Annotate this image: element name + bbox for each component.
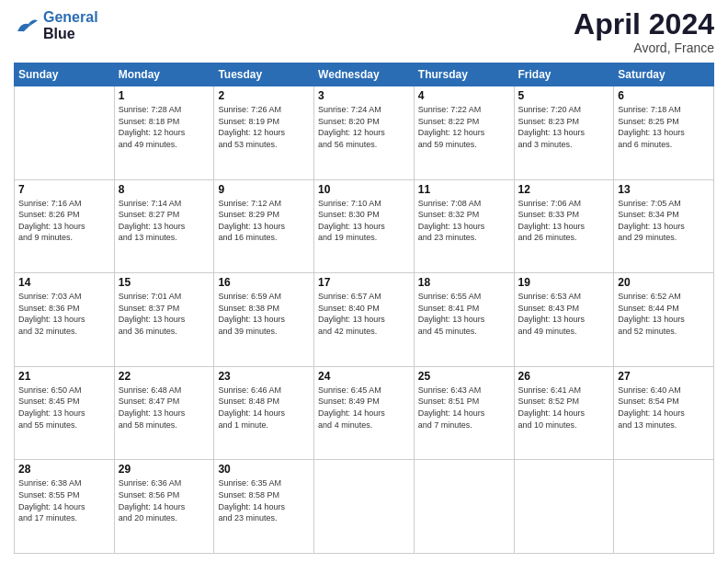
day-info: Sunrise: 7:06 AM Sunset: 8:33 PM Dayligh… — [518, 198, 610, 244]
day-number: 25 — [418, 370, 510, 383]
calendar-cell — [314, 460, 415, 554]
day-info: Sunrise: 7:10 AM Sunset: 8:30 PM Dayligh… — [318, 198, 410, 244]
day-info: Sunrise: 6:45 AM Sunset: 8:49 PM Dayligh… — [318, 385, 410, 431]
day-info: Sunrise: 6:46 AM Sunset: 8:48 PM Dayligh… — [218, 385, 310, 431]
calendar-cell: 7Sunrise: 7:16 AM Sunset: 8:26 PM Daylig… — [15, 179, 115, 273]
day-number: 24 — [318, 370, 410, 383]
day-number: 8 — [119, 183, 210, 196]
calendar-header-row: SundayMondayTuesdayWednesdayThursdayFrid… — [15, 63, 714, 86]
calendar-cell: 26Sunrise: 6:41 AM Sunset: 8:52 PM Dayli… — [514, 366, 614, 460]
calendar-cell: 10Sunrise: 7:10 AM Sunset: 8:30 PM Dayli… — [314, 179, 415, 273]
header: General Blue April 2024 Avord, France — [14, 9, 714, 55]
day-number: 2 — [218, 89, 310, 102]
day-number: 21 — [18, 370, 110, 383]
day-number: 4 — [418, 89, 510, 102]
day-number: 17 — [318, 276, 410, 289]
day-info: Sunrise: 6:41 AM Sunset: 8:52 PM Dayligh… — [518, 385, 610, 431]
day-number: 1 — [119, 89, 210, 102]
day-number: 27 — [618, 370, 710, 383]
day-number: 13 — [618, 183, 710, 196]
day-number: 28 — [18, 463, 110, 476]
calendar: SundayMondayTuesdayWednesdayThursdayFrid… — [14, 63, 714, 554]
calendar-cell — [514, 460, 614, 554]
day-number: 7 — [18, 183, 110, 196]
calendar-cell: 16Sunrise: 6:59 AM Sunset: 8:38 PM Dayli… — [214, 273, 314, 367]
calendar-cell: 5Sunrise: 7:20 AM Sunset: 8:23 PM Daylig… — [514, 86, 614, 180]
day-info: Sunrise: 6:57 AM Sunset: 8:40 PM Dayligh… — [318, 291, 410, 337]
logo-text: General Blue — [43, 9, 98, 41]
day-info: Sunrise: 6:35 AM Sunset: 8:58 PM Dayligh… — [218, 477, 310, 523]
day-info: Sunrise: 7:12 AM Sunset: 8:29 PM Dayligh… — [218, 198, 310, 244]
day-info: Sunrise: 7:26 AM Sunset: 8:19 PM Dayligh… — [218, 104, 310, 150]
calendar-cell: 22Sunrise: 6:48 AM Sunset: 8:47 PM Dayli… — [114, 366, 214, 460]
calendar-cell: 4Sunrise: 7:22 AM Sunset: 8:22 PM Daylig… — [414, 86, 514, 180]
day-info: Sunrise: 6:52 AM Sunset: 8:44 PM Dayligh… — [618, 291, 710, 337]
weekday-header: Wednesday — [314, 63, 415, 86]
calendar-cell: 15Sunrise: 7:01 AM Sunset: 8:37 PM Dayli… — [114, 273, 214, 367]
day-info: Sunrise: 6:50 AM Sunset: 8:45 PM Dayligh… — [18, 385, 110, 431]
calendar-cell: 14Sunrise: 7:03 AM Sunset: 8:36 PM Dayli… — [15, 273, 115, 367]
day-number: 19 — [518, 276, 610, 289]
logo: General Blue — [14, 9, 98, 41]
day-number: 3 — [318, 89, 410, 102]
month-title: April 2024 — [574, 9, 714, 39]
weekday-header: Thursday — [414, 63, 514, 86]
calendar-cell: 20Sunrise: 6:52 AM Sunset: 8:44 PM Dayli… — [614, 273, 714, 367]
day-info: Sunrise: 6:38 AM Sunset: 8:55 PM Dayligh… — [18, 477, 110, 523]
day-info: Sunrise: 6:43 AM Sunset: 8:51 PM Dayligh… — [418, 385, 510, 431]
calendar-cell: 29Sunrise: 6:36 AM Sunset: 8:56 PM Dayli… — [114, 460, 214, 554]
calendar-cell: 18Sunrise: 6:55 AM Sunset: 8:41 PM Dayli… — [414, 273, 514, 367]
day-number: 5 — [518, 89, 610, 102]
day-number: 22 — [119, 370, 210, 383]
calendar-cell: 30Sunrise: 6:35 AM Sunset: 8:58 PM Dayli… — [214, 460, 314, 554]
calendar-cell: 3Sunrise: 7:24 AM Sunset: 8:20 PM Daylig… — [314, 86, 415, 180]
day-info: Sunrise: 6:59 AM Sunset: 8:38 PM Dayligh… — [218, 291, 310, 337]
day-info: Sunrise: 7:14 AM Sunset: 8:27 PM Dayligh… — [119, 198, 210, 244]
day-info: Sunrise: 6:40 AM Sunset: 8:54 PM Dayligh… — [618, 385, 710, 431]
day-number: 12 — [518, 183, 610, 196]
day-info: Sunrise: 7:18 AM Sunset: 8:25 PM Dayligh… — [618, 104, 710, 150]
calendar-cell: 6Sunrise: 7:18 AM Sunset: 8:25 PM Daylig… — [614, 86, 714, 180]
day-number: 14 — [18, 276, 110, 289]
day-info: Sunrise: 7:28 AM Sunset: 8:18 PM Dayligh… — [119, 104, 210, 150]
weekday-header: Friday — [514, 63, 614, 86]
calendar-cell — [614, 460, 714, 554]
calendar-cell: 21Sunrise: 6:50 AM Sunset: 8:45 PM Dayli… — [15, 366, 115, 460]
weekday-header: Sunday — [15, 63, 115, 86]
day-info: Sunrise: 7:24 AM Sunset: 8:20 PM Dayligh… — [318, 104, 410, 150]
calendar-cell: 13Sunrise: 7:05 AM Sunset: 8:34 PM Dayli… — [614, 179, 714, 273]
day-number: 26 — [518, 370, 610, 383]
calendar-cell: 19Sunrise: 6:53 AM Sunset: 8:43 PM Dayli… — [514, 273, 614, 367]
day-number: 6 — [618, 89, 710, 102]
day-number: 16 — [218, 276, 310, 289]
calendar-cell: 25Sunrise: 6:43 AM Sunset: 8:51 PM Dayli… — [414, 366, 514, 460]
day-number: 23 — [218, 370, 310, 383]
day-info: Sunrise: 7:16 AM Sunset: 8:26 PM Dayligh… — [18, 198, 110, 244]
calendar-cell — [15, 86, 115, 180]
day-number: 9 — [218, 183, 310, 196]
calendar-cell: 11Sunrise: 7:08 AM Sunset: 8:32 PM Dayli… — [414, 179, 514, 273]
calendar-cell: 2Sunrise: 7:26 AM Sunset: 8:19 PM Daylig… — [214, 86, 314, 180]
day-info: Sunrise: 6:53 AM Sunset: 8:43 PM Dayligh… — [518, 291, 610, 337]
calendar-cell: 12Sunrise: 7:06 AM Sunset: 8:33 PM Dayli… — [514, 179, 614, 273]
day-info: Sunrise: 6:55 AM Sunset: 8:41 PM Dayligh… — [418, 291, 510, 337]
day-number: 15 — [119, 276, 210, 289]
day-info: Sunrise: 6:48 AM Sunset: 8:47 PM Dayligh… — [119, 385, 210, 431]
logo-icon — [14, 15, 40, 37]
weekday-header: Saturday — [614, 63, 714, 86]
calendar-cell — [414, 460, 514, 554]
weekday-header: Tuesday — [214, 63, 314, 86]
title-area: April 2024 Avord, France — [574, 9, 714, 55]
page: General Blue April 2024 Avord, France Su… — [0, 0, 728, 563]
calendar-cell: 27Sunrise: 6:40 AM Sunset: 8:54 PM Dayli… — [614, 366, 714, 460]
day-number: 29 — [119, 463, 210, 476]
weekday-header: Monday — [114, 63, 214, 86]
calendar-cell: 17Sunrise: 6:57 AM Sunset: 8:40 PM Dayli… — [314, 273, 415, 367]
calendar-cell: 1Sunrise: 7:28 AM Sunset: 8:18 PM Daylig… — [114, 86, 214, 180]
day-info: Sunrise: 6:36 AM Sunset: 8:56 PM Dayligh… — [119, 477, 210, 523]
day-number: 10 — [318, 183, 410, 196]
day-number: 20 — [618, 276, 710, 289]
day-info: Sunrise: 7:01 AM Sunset: 8:37 PM Dayligh… — [119, 291, 210, 337]
calendar-cell: 28Sunrise: 6:38 AM Sunset: 8:55 PM Dayli… — [15, 460, 115, 554]
calendar-cell: 24Sunrise: 6:45 AM Sunset: 8:49 PM Dayli… — [314, 366, 415, 460]
